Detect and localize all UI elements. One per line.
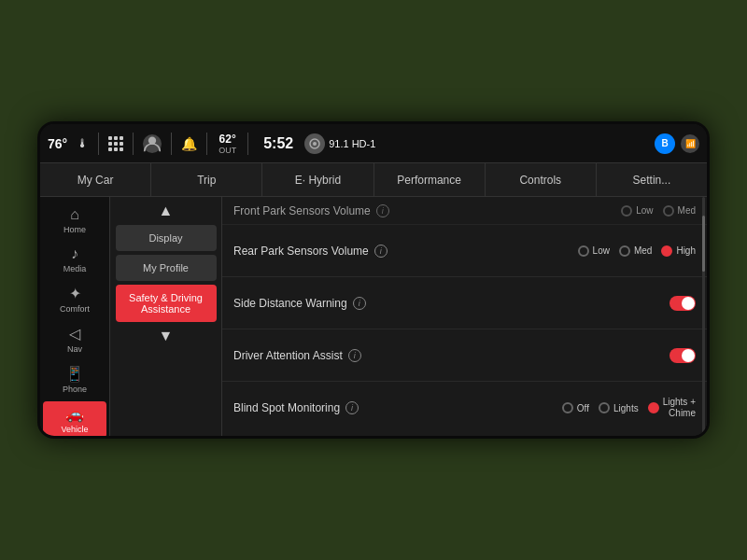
scrollbar-thumb[interactable] (702, 216, 705, 272)
side-distance-label: Side Distance Warning i (233, 297, 669, 310)
divider-2 (133, 133, 134, 155)
blind-spot-off[interactable]: Off (562, 402, 589, 413)
blind-spot-label: Blind Spot Monitoring i (233, 401, 562, 414)
nav-tabs: My Car Trip E· Hybrid Performance Contro… (40, 163, 707, 197)
driver-attention-toggle[interactable] (669, 348, 696, 363)
row-side-distance: Side Distance Warning i (222, 277, 707, 329)
submenu-panel: ▲ Display My Profile Safety & Driving As… (110, 197, 222, 439)
front-park-low-dot (621, 205, 632, 217)
phone-icon: 📱 (65, 365, 84, 383)
front-park-med-dot (663, 205, 674, 217)
blind-spot-lights-chime[interactable]: Lights + Chime (648, 397, 696, 419)
sidebar-item-media[interactable]: ♪ Media (43, 242, 106, 277)
rear-park-high-dot (661, 245, 672, 257)
tab-controls[interactable]: Controls (486, 163, 597, 196)
row-rear-park: Rear Park Sensors Volume i Low Med High (222, 225, 707, 277)
profile-icon[interactable] (143, 134, 162, 153)
front-park-low[interactable]: Low (621, 205, 653, 217)
svg-point-2 (313, 142, 317, 146)
blind-spot-lights-dot (599, 402, 610, 413)
tab-performance[interactable]: Performance (374, 163, 486, 196)
status-bar: 76° 🌡 🔔 62° OUT 5:52 (40, 124, 707, 163)
divider-3 (171, 133, 172, 155)
bell-icon[interactable]: 🔔 (181, 136, 197, 151)
side-distance-toggle[interactable] (669, 296, 696, 311)
rear-park-info-icon[interactable]: i (374, 245, 388, 258)
driver-attention-label: Driver Attention Assist i (233, 349, 669, 362)
tab-my-car[interactable]: My Car (40, 163, 151, 196)
divider-1 (98, 133, 99, 155)
rear-park-med[interactable]: Med (619, 245, 652, 257)
scrollbar[interactable] (702, 197, 705, 436)
sidebar-item-home[interactable]: ⌂ Home (43, 203, 106, 238)
sidebar-item-comfort[interactable]: ✦ Comfort (43, 281, 106, 317)
submenu-down-arrow[interactable]: ▼ (159, 326, 174, 346)
submenu-my-profile[interactable]: My Profile (116, 255, 217, 281)
submenu-up-arrow[interactable]: ▲ (159, 201, 174, 221)
content-area: Front Park Sensors Volume i Low Med (222, 197, 707, 439)
temperature-display: 76° (48, 136, 67, 151)
driver-attention-options (669, 348, 696, 363)
blind-spot-lights-chime-dot (648, 402, 659, 413)
clock-display: 5:52 (263, 135, 293, 152)
front-park-label: Front Park Sensors Volume i (233, 204, 621, 217)
submenu-display[interactable]: Display (116, 225, 217, 251)
radio-icon (304, 133, 325, 154)
rear-park-high[interactable]: High (661, 245, 696, 257)
row-front-park: Front Park Sensors Volume i Low Med (222, 197, 707, 225)
tab-settings[interactable]: Settin... (597, 163, 707, 196)
grid-icon[interactable] (108, 136, 123, 151)
radio-station: 91.1 HD-1 (329, 138, 375, 149)
blind-spot-off-dot (562, 402, 573, 413)
vehicle-icon: 🚗 (65, 405, 84, 423)
blind-spot-info-icon[interactable]: i (345, 401, 359, 414)
main-content: ⌂ Home ♪ Media ✦ Comfort ◁ Nav 📱 Phone 🚗 (40, 197, 707, 439)
blind-spot-lights[interactable]: Lights (599, 402, 639, 413)
sidebar-item-phone[interactable]: 📱 Phone (43, 361, 106, 398)
tab-e-hybrid[interactable]: E· Hybrid (262, 163, 374, 196)
front-park-info-icon[interactable]: i (376, 204, 389, 217)
sidebar-item-nav[interactable]: ◁ Nav (43, 321, 106, 357)
tab-trip[interactable]: Trip (151, 163, 262, 196)
steering-icon: 🌡 (77, 136, 89, 150)
outside-temp: 62° OUT (218, 133, 236, 155)
divider-5 (247, 133, 248, 155)
side-distance-options (669, 296, 696, 311)
rear-park-med-dot (619, 245, 630, 257)
sidebar-item-vehicle[interactable]: 🚗 Vehicle (43, 401, 106, 438)
row-driver-attention: Driver Attention Assist i (222, 329, 707, 382)
side-distance-info-icon[interactable]: i (353, 297, 366, 310)
home-icon: ⌂ (70, 206, 79, 223)
radio-display[interactable]: 91.1 HD-1 (304, 133, 375, 154)
front-park-med[interactable]: Med (663, 205, 696, 217)
rear-park-low-dot (578, 245, 589, 257)
status-right-icons: B 📶 (655, 133, 699, 154)
comfort-icon: ✦ (69, 285, 81, 302)
row-blind-spot: Blind Spot Monitoring i Off Lights (222, 382, 707, 434)
divider-4 (206, 133, 207, 155)
phone-status-icon[interactable]: 📶 (681, 134, 699, 153)
rear-park-low[interactable]: Low (578, 245, 610, 257)
nav-icon: ◁ (69, 325, 80, 343)
blind-spot-options: Off Lights Lights + Chime (562, 397, 696, 419)
music-icon: ♪ (71, 245, 78, 262)
rear-park-options: Low Med High (578, 245, 696, 257)
front-park-options: Low Med (621, 205, 696, 217)
sidebar: ⌂ Home ♪ Media ✦ Comfort ◁ Nav 📱 Phone 🚗 (40, 197, 110, 439)
submenu-safety[interactable]: Safety & Driving Assistance (116, 285, 217, 322)
car-screen: 76° 🌡 🔔 62° OUT 5:52 (37, 121, 710, 439)
bluetooth-icon[interactable]: B (655, 133, 675, 154)
driver-attention-info-icon[interactable]: i (348, 349, 361, 362)
rear-park-label: Rear Park Sensors Volume i (233, 245, 578, 258)
